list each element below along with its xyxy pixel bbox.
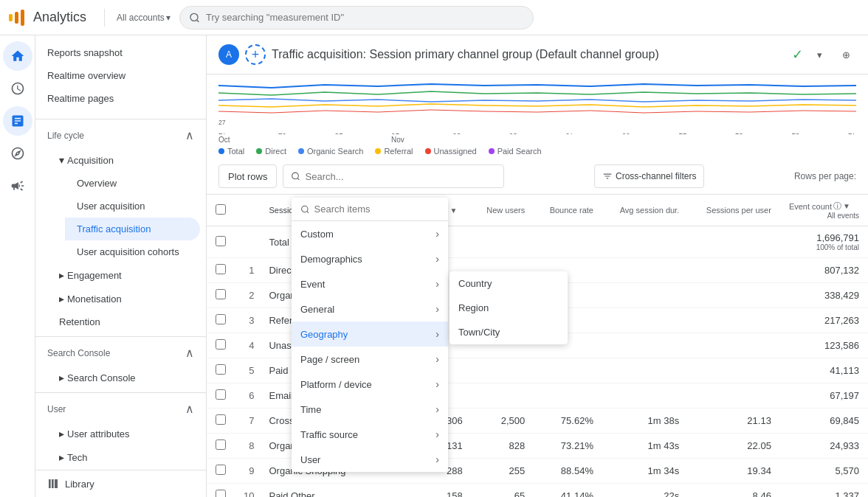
sidebar-item-reports-snapshot[interactable]: Reports snapshot (35, 41, 200, 64)
filter-icon (602, 171, 613, 181)
table-header-event-count[interactable]: Event count ⓘ ▼ All events (780, 195, 868, 226)
select-all-checkbox[interactable] (216, 204, 226, 215)
dropdown-sub-item-town-city[interactable]: Town/City (450, 320, 568, 344)
row-checkbox-4[interactable] (216, 339, 226, 350)
dropdown-search-input[interactable] (314, 204, 439, 215)
dropdown-sub-panel: Country Region Town/City (450, 271, 568, 344)
searchconsole-header[interactable]: Search Console ∧ (35, 340, 206, 366)
sidebar-item-library[interactable]: Library (35, 470, 206, 497)
sidebar-item-retention[interactable]: Retention (53, 310, 200, 333)
svg-point-6 (292, 173, 299, 179)
event-count-sort-icon: ▼ (843, 202, 850, 210)
svg-point-8 (302, 206, 308, 212)
dropdown-sub-item-region[interactable]: Region (450, 296, 568, 320)
table-header-avg-session[interactable]: Avg session dur. (602, 195, 688, 226)
table-search-icon (291, 171, 300, 181)
icon-rail (0, 35, 35, 497)
legend-direct[interactable]: Direct (256, 147, 286, 156)
acquisition-group: ▾ Acquisition Overview User acquisition … (35, 148, 206, 263)
user-section-header[interactable]: User ∧ (35, 396, 206, 422)
sidebar-top-section: Reports snapshot Realtime overview Realt… (35, 35, 206, 116)
sidebar-item-monetisation[interactable]: ▸ Monetisation (53, 287, 200, 310)
plot-rows-button[interactable]: Plot rows (218, 164, 277, 188)
reports-rail-icon[interactable] (3, 106, 32, 136)
sidebar-item-acquisition[interactable]: ▾ Acquisition (53, 148, 200, 172)
legend-organic-search[interactable]: Organic Search (298, 147, 363, 156)
sidebar-item-traffic-acquisition[interactable]: Traffic acquisition (65, 218, 200, 240)
row-checkbox-5[interactable] (216, 364, 226, 375)
global-search-bar[interactable] (179, 6, 534, 29)
dropdown-sub-item-country[interactable]: Country (450, 271, 568, 296)
row-checkbox-7[interactable] (216, 414, 226, 425)
acquisition-expand-icon: ▾ (59, 154, 64, 166)
dropdown-item-platform-device[interactable]: Platform / device › (292, 372, 448, 397)
sidebar-item-realtime-overview[interactable]: Realtime overview (35, 64, 200, 87)
monetisation-group: ▸ Monetisation (35, 287, 206, 310)
page-header: A + Traffic acquisition: Session primary… (207, 35, 868, 74)
row-checkbox-3[interactable] (216, 314, 226, 324)
row-checkbox-2[interactable] (216, 289, 226, 299)
row-checkbox-9[interactable] (216, 465, 226, 475)
legend-paid-search[interactable]: Paid Search (489, 147, 542, 156)
legend-dot-direct (256, 148, 262, 154)
sidebar-item-overview[interactable]: Overview (65, 172, 200, 195)
chart-area: 27 (207, 74, 868, 133)
chevron-right-icon: › (435, 403, 439, 415)
dropdown-item-demographics[interactable]: Demographics › (292, 246, 448, 271)
sidebar-divider-1 (35, 119, 206, 119)
realtime-rail-icon[interactable] (3, 74, 32, 103)
chevron-right-icon: › (435, 228, 439, 240)
sidebar-item-user-acquisition-cohorts[interactable]: User acquisition cohorts (65, 240, 200, 263)
advertising-rail-icon[interactable] (3, 171, 32, 201)
add-comparison-button[interactable]: + (245, 44, 266, 65)
app-title: Analytics (33, 10, 86, 25)
user-attributes-group: ▸ User attributes (35, 422, 206, 445)
engagement-expand-icon: ▸ (59, 269, 64, 281)
add-to-report-button[interactable]: ⊕ (836, 44, 856, 65)
sidebar-item-user-acquisition[interactable]: User acquisition (65, 195, 200, 218)
svg-point-0 (190, 13, 198, 21)
title-dropdown-button[interactable]: ▾ (809, 44, 830, 65)
dropdown-item-geography[interactable]: Geography › (292, 322, 448, 347)
dropdown-item-general[interactable]: General › (292, 296, 448, 322)
user-collapse-icon: ∧ (185, 402, 194, 416)
dropdown-item-custom[interactable]: Custom › (292, 221, 448, 246)
legend-referral[interactable]: Referral (375, 147, 413, 156)
table-search-bar[interactable] (283, 164, 504, 188)
all-accounts-selector[interactable]: All accounts ▾ (117, 13, 170, 23)
table-row: 10 Paid Other 158 65 41.14% 22s 8.46 1,3… (207, 484, 868, 498)
table-search-input[interactable] (306, 171, 497, 182)
dropdown-item-page-screen[interactable]: Page / screen › (292, 347, 448, 372)
dropdown-item-event[interactable]: Event › (292, 271, 448, 296)
dropdown-item-user[interactable]: User › (292, 447, 448, 472)
cross-channel-filters-button[interactable]: Cross-channel filters (594, 164, 704, 188)
chevron-right-icon: › (435, 428, 439, 440)
sidebar-item-user-attributes[interactable]: ▸ User attributes (53, 422, 200, 445)
lifecycle-header[interactable]: Life cycle ∧ (35, 122, 206, 148)
row-checkbox-8[interactable] (216, 439, 226, 450)
table-header-sessions-per-user[interactable]: Sessions per user (688, 195, 780, 226)
svg-rect-4 (55, 479, 58, 488)
retention-group: Retention (35, 310, 206, 333)
global-search-input[interactable] (206, 12, 524, 23)
legend-unassigned[interactable]: Unassigned (425, 147, 477, 156)
dropdown-item-traffic-source[interactable]: Traffic source › (292, 422, 448, 447)
row-checkbox-1[interactable] (216, 264, 226, 274)
row-checkbox-6[interactable] (216, 389, 226, 400)
trend-chart: 27 (218, 74, 856, 126)
sidebar-item-search-console[interactable]: ▸ Search Console (53, 366, 200, 389)
legend-total[interactable]: Total (218, 147, 244, 156)
sidebar-item-tech[interactable]: ▸ Tech (53, 445, 200, 469)
home-rail-icon[interactable] (3, 41, 32, 71)
monetisation-expand-icon: ▸ (59, 293, 64, 305)
chevron-right-icon: › (435, 278, 439, 290)
sidebar-item-realtime-pages[interactable]: Realtime pages (35, 87, 200, 110)
dropdown-item-time[interactable]: Time › (292, 397, 448, 422)
svg-line-1 (196, 19, 199, 21)
row-checkbox-total[interactable] (216, 236, 226, 246)
explore-rail-icon[interactable] (3, 139, 32, 168)
dropdown-search-area[interactable] (292, 198, 448, 221)
row-checkbox-10[interactable] (216, 490, 226, 497)
sidebar-item-engagement[interactable]: ▸ Engagement (53, 263, 200, 287)
sidebar-section-lifecycle: Life cycle ∧ ▾ Acquisition Overview User… (35, 122, 206, 333)
